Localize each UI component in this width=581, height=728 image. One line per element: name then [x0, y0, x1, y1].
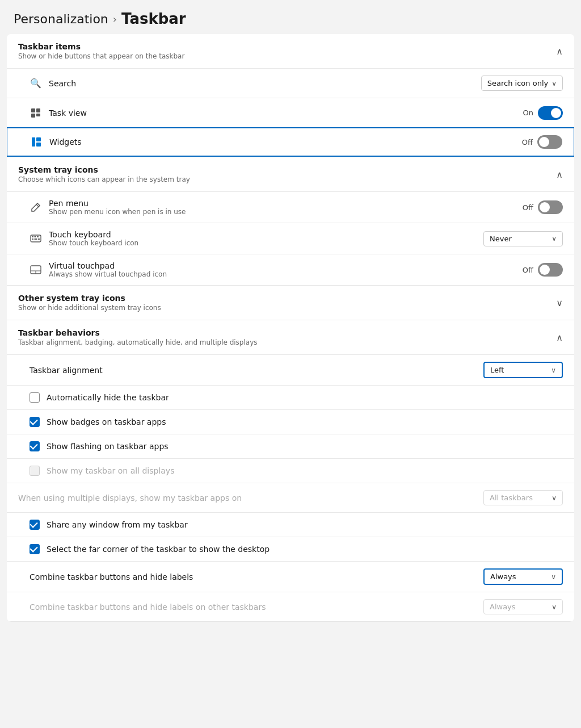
touch-keyboard-label: Touch keyboard [49, 230, 138, 239]
system-tray-subtitle: Choose which icons can appear in the sys… [18, 175, 190, 183]
virtual-touchpad-toggle-thumb [540, 265, 550, 275]
pen-menu-toggle-label: Off [523, 203, 533, 212]
touch-keyboard-text: Touch keyboard Show touch keyboard icon [49, 230, 138, 247]
task-view-setting-row: Task view On [7, 98, 574, 127]
system-tray-header-text: System tray icons Choose which icons can… [18, 165, 190, 183]
combine-buttons-dropdown[interactable]: Always ∨ [483, 568, 563, 585]
search-icon: 🔍 [30, 77, 42, 90]
system-tray-header[interactable]: System tray icons Choose which icons can… [7, 157, 574, 191]
show-badges-row: Show badges on taskbar apps [7, 409, 574, 434]
svg-rect-11 [32, 239, 33, 240]
virtual-touchpad-sublabel: Always show virtual touchpad icon [49, 270, 167, 278]
pen-menu-label: Pen menu [49, 199, 186, 208]
touch-keyboard-sublabel: Show touch keyboard icon [49, 239, 138, 247]
combine-buttons-row: Combine taskbar buttons and hide labels … [7, 561, 574, 592]
widgets-row-left: Widgets [30, 136, 82, 148]
breadcrumb-chevron: › [113, 13, 117, 25]
share-window-label: Share any window from my taskbar [47, 520, 188, 529]
alignment-dropdown-value: Left [490, 366, 504, 374]
show-flashing-row: Show flashing on taskbar apps [7, 434, 574, 458]
multiple-displays-dropdown-value: All taskbars [490, 493, 533, 502]
alignment-dropdown-chevron: ∨ [551, 366, 556, 374]
multiple-displays-dropdown-chevron: ∨ [551, 494, 557, 502]
auto-hide-checkbox[interactable] [30, 392, 40, 403]
svg-rect-12 [35, 239, 37, 240]
pen-menu-row: Pen menu Show pen menu icon when pen is … [7, 191, 574, 223]
search-dropdown[interactable]: Search icon only ∨ [481, 76, 563, 91]
other-tray-header[interactable]: Other system tray icons Show or hide add… [7, 286, 574, 320]
taskbar-items-title: Taskbar items [18, 42, 184, 51]
taskbar-behaviors-header[interactable]: Taskbar behaviors Taskbar alignment, bad… [7, 320, 574, 354]
svg-rect-0 [31, 108, 35, 112]
virtual-touchpad-toggle-wrapper: Off [523, 263, 563, 277]
parent-title[interactable]: Personalization [14, 12, 108, 26]
widgets-setting-row: Widgets Off [7, 127, 574, 157]
pen-icon [30, 201, 42, 214]
widgets-toggle[interactable] [537, 135, 562, 149]
touch-keyboard-dropdown[interactable]: Never ∨ [483, 231, 563, 246]
pen-menu-toggle-wrapper: Off [523, 200, 563, 214]
alignment-dropdown[interactable]: Left ∨ [483, 362, 563, 378]
virtual-touchpad-row-left: Virtual touchpad Always show virtual tou… [30, 261, 167, 278]
task-view-icon [30, 107, 42, 119]
other-tray-title: Other system tray icons [18, 294, 161, 303]
show-all-displays-row: Show my taskbar on all displays [7, 458, 574, 483]
task-view-toggle-thumb [551, 108, 561, 118]
taskbar-behaviors-subtitle: Taskbar alignment, badging, automaticall… [18, 338, 258, 346]
taskbar-behaviors-header-text: Taskbar behaviors Taskbar alignment, bad… [18, 328, 258, 346]
search-dropdown-value: Search icon only [487, 79, 548, 87]
system-tray-title: System tray icons [18, 165, 190, 174]
multiple-displays-label: When using multiple displays, show my ta… [18, 493, 242, 503]
taskbar-items-chevron: ∧ [556, 46, 563, 57]
svg-rect-1 [36, 108, 40, 112]
combine-buttons-dropdown-chevron: ∨ [551, 573, 556, 581]
widgets-toggle-wrapper: Off [522, 135, 562, 149]
share-window-checkbox[interactable] [30, 520, 40, 530]
svg-rect-6 [36, 143, 41, 147]
search-row-left: 🔍 Search [30, 77, 76, 90]
show-desktop-row: Select the far corner of the taskbar to … [7, 537, 574, 561]
alignment-label: Taskbar alignment [30, 366, 103, 375]
share-window-row: Share any window from my taskbar [7, 512, 574, 537]
system-tray-section: System tray icons Choose which icons can… [7, 157, 574, 286]
pen-menu-toggle-thumb [540, 202, 550, 212]
show-badges-checkbox[interactable] [30, 417, 40, 427]
svg-rect-4 [32, 137, 35, 147]
other-tray-header-text: Other system tray icons Show or hide add… [18, 294, 161, 312]
taskbar-items-section: Taskbar items Show or hide buttons that … [7, 34, 574, 157]
combine-buttons-other-label: Combine taskbar buttons and hide labels … [30, 603, 266, 612]
auto-hide-row: Automatically hide the taskbar [7, 385, 574, 409]
show-desktop-checkbox[interactable] [30, 544, 40, 554]
svg-rect-13 [38, 239, 40, 240]
show-all-displays-checkbox [30, 466, 40, 476]
virtual-touchpad-toggle[interactable] [538, 263, 563, 277]
page-title: Taskbar [121, 10, 186, 27]
touch-keyboard-row: Touch keyboard Show touch keyboard icon … [7, 223, 574, 254]
pen-menu-sublabel: Show pen menu icon when pen is in use [49, 208, 186, 216]
taskbar-items-subtitle: Show or hide buttons that appear on the … [18, 52, 184, 60]
search-label: Search [49, 79, 76, 88]
svg-rect-2 [31, 114, 35, 118]
touch-keyboard-dropdown-value: Never [490, 235, 512, 243]
virtual-touchpad-toggle-label: Off [523, 266, 533, 274]
page-header: Personalization › Taskbar [0, 0, 581, 34]
touchpad-icon [30, 263, 42, 276]
combine-buttons-other-chevron: ∨ [551, 603, 557, 611]
other-tray-subtitle: Show or hide additional system tray icon… [18, 304, 161, 312]
taskbar-behaviors-section: Taskbar behaviors Taskbar alignment, bad… [7, 320, 574, 622]
task-view-toggle[interactable] [538, 106, 563, 120]
svg-rect-5 [36, 137, 41, 141]
taskbar-items-header[interactable]: Taskbar items Show or hide buttons that … [7, 34, 574, 68]
show-flashing-checkbox[interactable] [30, 441, 40, 451]
search-setting-row: 🔍 Search Search icon only ∨ [7, 68, 574, 98]
system-tray-chevron: ∧ [556, 169, 563, 180]
touch-keyboard-dropdown-chevron: ∨ [551, 235, 557, 242]
pen-menu-toggle[interactable] [538, 200, 563, 214]
pen-menu-row-left: Pen menu Show pen menu icon when pen is … [30, 199, 186, 216]
alignment-row: Taskbar alignment Left ∨ [7, 354, 574, 385]
task-view-row-left: Task view [30, 107, 87, 119]
virtual-touchpad-text: Virtual touchpad Always show virtual tou… [49, 261, 167, 278]
svg-rect-8 [32, 236, 33, 237]
combine-buttons-other-value: Always [490, 603, 516, 611]
widgets-icon [30, 136, 43, 148]
